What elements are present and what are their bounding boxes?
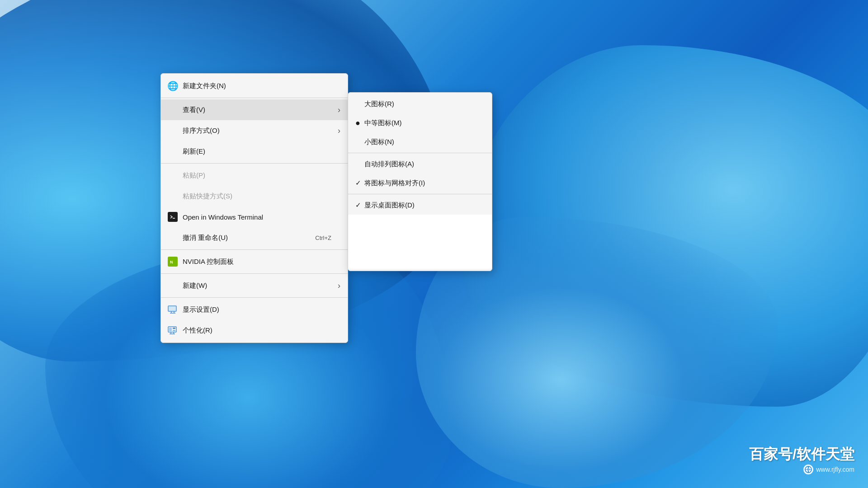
submenu-item-align-grid[interactable]: ✓ 将图标与网格对齐(I) [348,174,492,192]
submenu-item-large-icons[interactable]: 大图标(R) [348,94,492,113]
watermark-logo [803,465,813,474]
menu-item-new[interactable]: 新建(W) [161,275,348,296]
separator-2 [161,163,348,164]
menu-item-paste[interactable]: 粘贴(P) [161,165,348,186]
menu-item-sort[interactable]: 排序方式(O) [161,120,348,141]
menu-item-display[interactable]: 显示设置(D) [161,299,348,320]
refresh-icon [166,145,179,158]
menu-item-undo-label: 撤消 重命名(U) [183,234,228,242]
menu-item-personalization[interactable]: 个性化(R) [161,320,348,341]
menu-item-undo[interactable]: 撤消 重命名(U) Ctrl+Z [161,227,348,248]
menu-item-new-folder[interactable]: 🌐 新建文件夹(N) [161,75,348,96]
submenu-item-small-icons[interactable]: 小图标(N) [348,132,492,151]
submenu-item-medium-icons[interactable]: ● 中等图标(M) [348,113,492,132]
menu-item-paste-shortcut[interactable]: 粘贴快捷方式(S) [161,186,348,206]
menu-item-undo-shortcut: Ctrl+Z [315,235,331,241]
context-menu: 🌐 新建文件夹(N) 查看(V) 排序方式(O) 刷新(E) 粘贴(P) [160,73,348,343]
submenu-item-auto-arrange-label: 自动排列图标(A) [364,160,414,169]
paste-shortcut-icon [166,190,179,202]
view-icon [166,103,179,116]
submenu-item-auto-arrange[interactable]: 自动排列图标(A) [348,155,492,174]
submenu-separator-2 [348,194,492,194]
person-icon [166,324,179,337]
menu-item-nvidia[interactable]: N NVIDIA 控制面板 [161,251,348,272]
menu-item-new-folder-label: 新建文件夹(N) [183,82,226,90]
watermark: 百家号/软件天堂 www.rjfly.com [749,445,854,474]
submenu-item-align-grid-label: 将图标与网格对齐(I) [364,179,425,188]
submenu-empty-area [348,215,492,269]
menu-item-sort-label: 排序方式(O) [183,127,220,135]
svg-rect-8 [169,328,172,331]
menu-item-paste-label: 粘贴(P) [183,171,205,180]
medium-icons-bullet: ● [355,118,364,128]
align-grid-check: ✓ [355,179,364,187]
submenu-item-small-icons-label: 小图标(N) [364,138,394,146]
separator-4 [161,273,348,274]
svg-rect-9 [173,328,175,329]
submenu-separator-1 [348,153,492,153]
menu-item-display-label: 显示设置(D) [183,305,219,314]
nvidia-icon: N [166,255,179,268]
menu-item-new-label: 新建(W) [183,282,207,290]
menu-item-personalization-label: 个性化(R) [183,326,212,335]
large-icons-bullet [355,99,364,109]
show-icons-check: ✓ [355,201,364,209]
new-icon [166,279,179,292]
submenu-item-show-icons[interactable]: ✓ 显示桌面图标(D) [348,196,492,215]
auto-arrange-check [355,160,364,168]
context-menu-wrapper: 🌐 新建文件夹(N) 查看(V) 排序方式(O) 刷新(E) 粘贴(P) [160,73,348,343]
terminal-icon [166,211,179,223]
paste-icon [166,169,179,182]
separator-5 [161,297,348,298]
separator-1 [161,98,348,98]
separator-3 [161,249,348,250]
undo-icon [166,231,179,244]
terminal-icon-visual [168,212,178,222]
submenu-item-show-icons-label: 显示桌面图标(D) [364,201,415,210]
submenu-view: 大图标(R) ● 中等图标(M) 小图标(N) 自动排列图标(A) ✓ 将图标与… [348,92,492,271]
sort-icon [166,124,179,137]
svg-rect-3 [168,306,176,311]
submenu-item-large-icons-label: 大图标(R) [364,100,394,108]
menu-item-terminal-label: Open in Windows Terminal [183,213,263,221]
menu-item-nvidia-label: NVIDIA 控制面板 [183,258,234,266]
submenu-item-medium-icons-label: 中等图标(M) [364,119,402,127]
watermark-sub-text: www.rjfly.com [749,465,854,474]
menu-item-terminal[interactable]: Open in Windows Terminal [161,206,348,227]
watermark-url: www.rjfly.com [816,466,854,473]
menu-item-refresh-label: 刷新(E) [183,147,205,156]
svg-text:N: N [170,260,173,264]
small-icons-bullet [355,137,364,147]
display-icon [166,303,179,316]
folder-icon: 🌐 [166,80,179,92]
menu-item-view-label: 查看(V) [183,106,205,114]
svg-rect-10 [173,330,175,331]
nvidia-icon-visual: N [168,257,178,267]
watermark-main-text: 百家号/软件天堂 [749,445,854,465]
menu-item-paste-shortcut-label: 粘贴快捷方式(S) [183,192,232,201]
menu-item-view[interactable]: 查看(V) [161,99,348,120]
menu-item-refresh[interactable]: 刷新(E) [161,141,348,162]
